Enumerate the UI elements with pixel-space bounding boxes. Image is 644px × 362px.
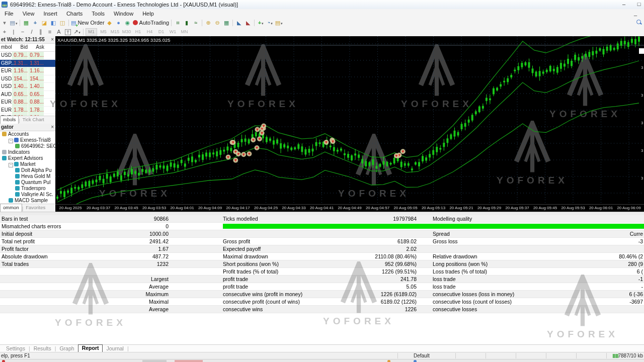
cursor-crosshair-icon[interactable]: + [31, 19, 39, 27]
autotrading-icon[interactable]: AutoTrading [133, 19, 170, 27]
chart-area[interactable]: YOFOREXYOFOREXYOFOREXYOFOREXYOFOREXYOFOR… [55, 36, 644, 212]
navigator-item-valkyrie-ai-sc-[interactable]: Valkyrie AI Sc. [0, 192, 55, 198]
community-icon[interactable]: ◉ [124, 19, 132, 27]
add-indicator-icon[interactable]: +▾ [257, 19, 265, 27]
market-watch-tab-tick-chart[interactable]: Tick Chart [20, 116, 47, 124]
templates-icon[interactable]: ▤▾ [275, 19, 283, 27]
trendline-icon[interactable]: / [28, 28, 36, 36]
metaeditor-icon[interactable]: ● [115, 19, 123, 27]
maximize-button[interactable]: □ [632, 1, 644, 8]
candle-body [358, 154, 360, 157]
mdi-minimize-button[interactable]: _ [632, 9, 639, 18]
arrow-tools-icon[interactable]: ↗▾ [73, 28, 81, 36]
navigator-item-indicators[interactable]: Indicators [0, 149, 55, 155]
navigator-item-quantum-pul[interactable]: Quantum Pul [0, 179, 55, 186]
timeframe-m15[interactable]: M15 [110, 29, 120, 35]
bollinger-middle-band [57, 61, 639, 202]
tab-graph[interactable]: Graph [56, 345, 77, 352]
menu-item-charts[interactable]: Charts [62, 9, 87, 18]
market-watch-tab-mbols[interactable]: mbols [0, 116, 19, 124]
candle-body [574, 55, 576, 60]
indicators-icon [2, 150, 7, 154]
vertical-line-icon[interactable]: | [10, 28, 18, 36]
tab-results[interactable]: Results [30, 345, 55, 352]
timeframe-w1[interactable]: W1 [168, 29, 178, 35]
column-symbol: mbol [1, 44, 12, 50]
line-chart-mode-icon[interactable]: ≈ [192, 19, 200, 27]
text-icon[interactable]: A [55, 28, 63, 36]
tree-expand-icon[interactable]: − [9, 163, 13, 167]
tree-expand-icon[interactable]: − [9, 139, 13, 143]
time-axis-label: 20 Aug 04:49 [336, 206, 364, 210]
status-profile[interactable]: Default [414, 353, 430, 358]
fibonacci-icon[interactable]: ≡ [46, 28, 54, 36]
search-icon[interactable] [636, 19, 642, 26]
navigator-item-market[interactable]: −Market [0, 161, 55, 167]
close-icon[interactable]: × [51, 36, 54, 43]
market-watch-row[interactable]: EUR...0.88...0.88... [0, 99, 55, 107]
report-value: 1232 [157, 260, 169, 267]
time-axis-label: 20 Aug 04:09 [196, 206, 224, 210]
timeframe-m1[interactable]: M1 [86, 28, 97, 36]
navigator-item-accounts[interactable]: Accounts [0, 131, 55, 137]
indicator-arrow-2-icon[interactable]: ◣ [244, 19, 252, 27]
navigator-tab-favorites[interactable]: Favorites [23, 204, 48, 212]
navigator-header: gator × [0, 124, 55, 131]
zoom-in-icon[interactable]: ⊕ [204, 19, 212, 27]
market-watch-row[interactable]: USDJPY154....154.... [0, 75, 55, 83]
ea-icon [15, 186, 20, 191]
dropdown-partial-icon[interactable]: ▾ [1, 19, 9, 27]
horizontal-line-icon[interactable]: − [19, 28, 27, 36]
profiles-icon[interactable]: ◪ [40, 19, 48, 27]
new-order-icon[interactable]: ▤+New Order [71, 19, 105, 27]
timeframe-h1[interactable]: H1 [133, 29, 143, 35]
menu-item-window[interactable]: Window [109, 9, 138, 18]
tab-journal[interactable]: Journal [103, 345, 127, 352]
print-icon[interactable]: ▤▾ [10, 19, 18, 27]
new-chart-icon[interactable]: ▦ [22, 19, 30, 27]
navigator-item-traderspro[interactable]: Traderspro [0, 186, 55, 192]
navigator-item-macd-sample[interactable]: MACD Sample [0, 198, 55, 204]
periods-icon[interactable]: ◔▾ [266, 19, 274, 27]
report-label: Absolute drawdown [2, 253, 48, 260]
data-window-icon[interactable]: ◫ [58, 19, 66, 27]
report-row: Profit trades (% of total)1226 (99.51%)L… [0, 268, 644, 276]
navigator-item-dolt-alpha-pu[interactable]: Dolt Alpha Pu [0, 167, 55, 173]
package-icon[interactable]: ◆ [106, 19, 114, 27]
candlestick-mode-icon[interactable]: ▮ [183, 19, 191, 27]
market-watch-row[interactable]: USD...1.40...1.40... [0, 83, 55, 91]
market-watch-row[interactable]: AUD...0.65...0.65... [0, 91, 55, 99]
zoom-out-icon[interactable]: ⊖ [213, 19, 221, 27]
navigator-item-69649962-sec[interactable]: 69649962: SEC [0, 143, 55, 149]
market-watch-row[interactable]: EUR...1.16...1.16... [0, 67, 55, 75]
navigator-tab-ommon[interactable]: ommon [0, 204, 22, 212]
market-watch-toggle-icon[interactable]: ◧ [49, 19, 57, 27]
tile-windows-icon[interactable]: ▦ [222, 19, 230, 27]
timeframe-m5[interactable]: M5 [98, 29, 109, 35]
minimize-button[interactable]: – [617, 1, 631, 8]
menu-item-tools[interactable]: Tools [87, 9, 109, 18]
tab-settings[interactable]: Settings [3, 345, 29, 352]
timeframe-mn[interactable]: MN [179, 29, 190, 35]
navigator-item-exness-trial8[interactable]: −Exness-Trial8 [0, 137, 55, 143]
crosshair-icon[interactable]: + [1, 28, 9, 36]
tab-report[interactable]: Report [78, 344, 103, 352]
market-watch-row[interactable]: USD...0.79...0.79... [0, 52, 55, 60]
close-icon[interactable]: × [51, 124, 54, 131]
market-watch-row[interactable]: EUR...1.78...1.78... [0, 107, 55, 115]
indicator-arrow-1-icon[interactable]: ◣ [235, 19, 243, 27]
text-label-icon[interactable]: T [64, 28, 72, 36]
bar-chart-mode-icon[interactable]: ≡ [174, 19, 182, 27]
timeframe-m30[interactable]: M30 [121, 29, 132, 35]
menu-item-file[interactable]: File [0, 9, 18, 18]
timeframe-d1[interactable]: D1 [156, 29, 167, 35]
market-watch-row[interactable]: GBP...1.31...1.31... [0, 60, 55, 68]
navigator-item-expert-advisors[interactable]: Expert Advisors [0, 155, 55, 161]
menu-item-insert[interactable]: Insert [39, 9, 62, 18]
navigator-item-heva-gold-m[interactable]: Heva Gold M [0, 173, 55, 179]
menu-item-help[interactable]: Help [138, 9, 158, 18]
chart-canvas[interactable]: 33333 [55, 36, 644, 204]
menu-item-view[interactable]: View [18, 9, 39, 18]
timeframe-h4[interactable]: H4 [144, 29, 155, 35]
equidistant-channel-icon[interactable]: ∥ [37, 28, 45, 36]
